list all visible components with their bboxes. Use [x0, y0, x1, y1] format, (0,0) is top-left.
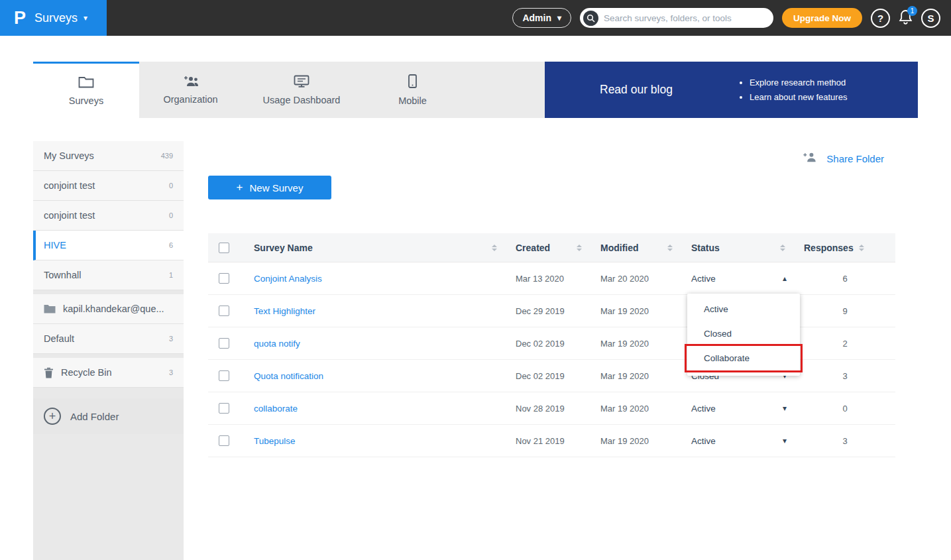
plus-icon: +	[237, 181, 243, 194]
survey-name-link[interactable]: Conjoint Analysis	[254, 274, 322, 284]
folder-count: 0	[169, 211, 173, 219]
created-cell: Dec 29 2019	[506, 306, 591, 316]
help-button[interactable]: ?	[871, 9, 890, 28]
sort-icon[interactable]	[577, 245, 582, 251]
column-header-survey-name[interactable]: Survey Name	[245, 243, 506, 253]
sidebar-item-shared-folder[interactable]: kapil.khandekar@que...	[33, 294, 184, 324]
column-label: Survey Name	[254, 243, 313, 253]
folder-count: 6	[169, 241, 173, 249]
banner-bullet: Explore research method	[750, 76, 847, 90]
admin-menu-button[interactable]: Admin ▾	[512, 8, 571, 28]
folder-icon	[78, 76, 94, 90]
plus-icon: +	[49, 410, 56, 422]
tab-label: Surveys	[69, 95, 103, 106]
sidebar-item-conjoint-test-1[interactable]: conjoint test 0	[33, 171, 184, 201]
status-dropdown-menu: Active Closed Collaborate	[687, 294, 800, 376]
folder-count: 0	[169, 182, 173, 190]
mobile-icon	[408, 74, 417, 90]
new-survey-label: New Survey	[250, 182, 304, 194]
row-checkbox[interactable]	[219, 306, 229, 316]
share-folder-button[interactable]: Share Folder	[802, 152, 884, 165]
column-header-modified[interactable]: Modified	[591, 243, 682, 253]
sort-icon[interactable]	[667, 245, 673, 251]
product-switcher[interactable]: P Surveys ▾	[0, 0, 107, 36]
sidebar-item-my-surveys[interactable]: My Surveys 439	[33, 141, 184, 171]
tab-usage-dashboard[interactable]: Usage Dashboard	[242, 62, 361, 118]
folder-label: conjoint test	[44, 180, 169, 191]
sidebar-item-recycle-bin[interactable]: Recycle Bin 3	[33, 358, 184, 388]
survey-name-link[interactable]: Quota notification	[254, 371, 323, 381]
sidebar-item-default[interactable]: Default 3	[33, 324, 184, 354]
column-label: Modified	[600, 243, 639, 253]
folder-label: Recycle Bin	[61, 367, 169, 378]
select-all-checkbox[interactable]	[219, 243, 229, 253]
table-row: Conjoint Analysis Mar 13 2020 Mar 20 202…	[208, 262, 895, 295]
folder-label: conjoint test	[44, 210, 169, 221]
avatar-initial: S	[927, 13, 934, 24]
status-option-closed[interactable]: Closed	[687, 321, 800, 346]
sidebar-item-hive[interactable]: HIVE 6	[33, 231, 184, 260]
tabs-strip: Surveys Organization Usage Dashboard Mob…	[33, 62, 545, 118]
survey-name-link[interactable]: quota notify	[254, 339, 300, 349]
sort-icon[interactable]	[492, 245, 497, 251]
notifications-button[interactable]: 1	[899, 9, 913, 27]
column-header-status[interactable]: Status	[682, 243, 795, 253]
sidebar-item-townhall[interactable]: Townhall 1	[33, 260, 184, 290]
tab-label: Usage Dashboard	[263, 95, 341, 105]
global-search	[580, 8, 773, 28]
upgrade-now-button[interactable]: Upgrade Now	[782, 8, 862, 28]
tab-organization[interactable]: Organization	[139, 62, 242, 118]
caret-down-icon: ▾	[84, 13, 87, 23]
sort-icon[interactable]	[780, 245, 785, 251]
folder-count: 1	[169, 271, 173, 279]
add-folder-button[interactable]: + Add Folder	[33, 398, 184, 434]
status-dropdown-trigger[interactable]: Active ▾	[682, 404, 795, 414]
responses-cell: 6	[795, 274, 895, 284]
modified-cell: Mar 19 2020	[591, 306, 682, 316]
folders-sidebar: My Surveys 439 conjoint test 0 conjoint …	[33, 141, 184, 560]
status-dropdown-trigger[interactable]: Active ▴	[682, 274, 795, 284]
survey-name-link[interactable]: collaborate	[254, 404, 298, 414]
survey-name-link[interactable]: Text Highlighter	[254, 306, 315, 316]
column-label: Responses	[804, 243, 854, 253]
search-input[interactable]	[604, 13, 770, 23]
column-header-responses[interactable]: Responses	[795, 243, 895, 253]
row-checkbox[interactable]	[219, 403, 229, 414]
sidebar-item-conjoint-test-2[interactable]: conjoint test 0	[33, 201, 184, 231]
main-content: Share Folder + New Survey Survey Name Cr…	[184, 141, 918, 560]
column-header-created[interactable]: Created	[506, 243, 591, 253]
status-label: Active	[691, 404, 716, 414]
dashboard-icon	[294, 75, 309, 89]
row-checkbox[interactable]	[219, 435, 229, 446]
share-people-icon	[802, 152, 818, 165]
account-avatar[interactable]: S	[921, 9, 940, 28]
blog-banner[interactable]: Read our blog Explore research method Le…	[545, 62, 918, 118]
sort-icon[interactable]	[859, 245, 864, 251]
upgrade-label: Upgrade Now	[793, 13, 851, 23]
folder-label: kapil.khandekar@que...	[63, 304, 173, 314]
row-checkbox[interactable]	[219, 338, 229, 349]
modified-cell: Mar 19 2020	[591, 339, 682, 349]
survey-name-link[interactable]: Tubepulse	[254, 436, 296, 446]
new-survey-button[interactable]: + New Survey	[208, 176, 331, 199]
row-checkbox[interactable]	[219, 273, 229, 284]
tab-label: Mobile	[398, 95, 427, 106]
modified-cell: Mar 19 2020	[591, 404, 682, 414]
row-checkbox[interactable]	[219, 370, 229, 381]
modified-cell: Mar 20 2020	[591, 274, 682, 284]
brand-logo: P	[14, 8, 26, 28]
status-dropdown-trigger[interactable]: Active ▾	[682, 436, 795, 446]
folder-label: My Surveys	[44, 150, 161, 161]
product-name: Surveys	[34, 11, 78, 25]
tab-mobile[interactable]: Mobile	[361, 62, 464, 118]
status-option-active[interactable]: Active	[687, 297, 800, 321]
search-icon	[583, 11, 598, 26]
topbar: P Surveys ▾ Admin ▾ Upgrade Now ? 1 S	[0, 0, 951, 36]
modified-cell: Mar 19 2020	[591, 371, 682, 381]
table-row: collaborate Nov 28 2019 Mar 19 2020 Acti…	[208, 392, 895, 425]
status-option-collaborate[interactable]: Collaborate	[687, 346, 800, 370]
banner-bullet: Learn about new features	[750, 90, 847, 105]
tab-surveys[interactable]: Surveys	[33, 62, 139, 118]
responses-cell: 9	[795, 306, 895, 316]
caret-down-icon: ▾	[783, 436, 787, 445]
